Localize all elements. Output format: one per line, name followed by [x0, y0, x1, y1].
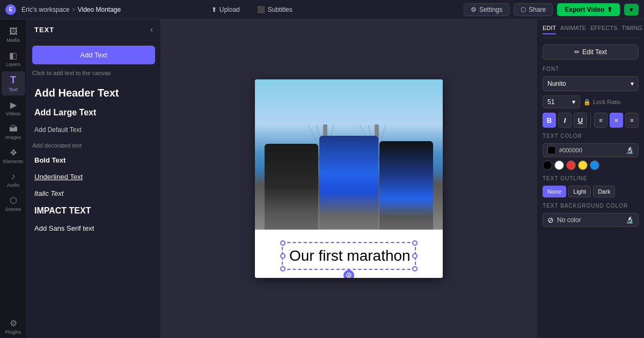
italic-text-option[interactable]: Italic Text	[32, 185, 155, 202]
color-preview[interactable]: #000000 🔬	[543, 143, 639, 157]
videos-icon: ▶	[10, 100, 17, 110]
font-section-title: FONT	[543, 66, 639, 72]
workspace-name[interactable]: Eric's workspace	[21, 6, 70, 13]
text-outline-section-title: TEXT OUTLINE	[543, 175, 639, 181]
outline-dark-button[interactable]: Dark	[593, 186, 615, 197]
upload-button[interactable]: ⬆ Upload	[207, 4, 244, 16]
sidebar-item-scenes[interactable]: ⬡ Scenes	[2, 192, 25, 215]
edit-icon: ✏	[574, 48, 580, 56]
palette-color-white[interactable]	[554, 160, 564, 170]
person-mid	[319, 136, 378, 230]
share-icon: ⬡	[521, 6, 526, 13]
lock-icon: 🔒	[583, 99, 591, 106]
panel-header: TEXT ‹	[27, 19, 160, 40]
chevron-down-icon: ▾	[631, 80, 634, 87]
color-swatch	[547, 146, 556, 155]
text-icon: T	[10, 75, 16, 86]
add-default-text-option[interactable]: Add Default Text	[32, 122, 155, 138]
topbar-right-actions: ⚙ Settings ⬡ Share Export Video ⬆ ▼	[464, 3, 639, 16]
people-group	[255, 133, 443, 230]
text-selection-box: Our first marathon	[282, 242, 416, 270]
chevron-down-icon: ▾	[572, 98, 575, 106]
decorated-section-label: Add decorated text	[32, 142, 155, 149]
sidebar-item-images[interactable]: 🏔 Images	[2, 121, 25, 143]
bold-button[interactable]: B	[543, 113, 556, 128]
right-panel-tabs: EDIT ANIMATE EFFECTS TIMING	[543, 25, 639, 38]
sidebar-item-media[interactable]: 🖼 Media	[2, 24, 25, 46]
upload-export-icon: ⬆	[607, 6, 612, 13]
audio-icon: ♪	[11, 172, 16, 181]
italic-button[interactable]: I	[558, 113, 572, 128]
breadcrumb: Eric's workspace > Video Montage	[21, 6, 121, 13]
format-separator	[590, 113, 591, 128]
lock-ratio-toggle[interactable]: 🔒 Lock Ratio	[583, 99, 621, 106]
handle-middle-right[interactable]	[412, 253, 418, 259]
images-icon: 🏔	[9, 124, 18, 134]
breadcrumb-separator: >	[72, 6, 76, 13]
sidebar-item-layers[interactable]: ◧ Layers	[2, 47, 25, 70]
layers-icon: ◧	[9, 50, 17, 61]
settings-icon: ⚙	[471, 6, 477, 13]
align-center-button[interactable]: ≡	[610, 113, 623, 128]
tab-animate[interactable]: ANIMATE	[560, 25, 586, 34]
canvas-photo	[255, 79, 443, 230]
sidebar-item-audio[interactable]: ♪ Audio	[2, 168, 25, 191]
edit-text-button[interactable]: ✏ Edit Text	[543, 45, 639, 60]
text-element-container[interactable]: Our first marathon	[282, 242, 416, 270]
panel-close-button[interactable]: ‹	[150, 25, 153, 34]
subtitles-button[interactable]: ⬛ Subtitles	[253, 4, 297, 16]
text-bg-color[interactable]: ⊘ No color 🔬	[543, 213, 639, 227]
tab-timing[interactable]: TIMING	[621, 25, 642, 34]
tab-effects[interactable]: EFFECTS	[590, 25, 617, 34]
font-select[interactable]: Nunito ▾	[543, 76, 639, 91]
add-header-text-option[interactable]: Add Header Text	[32, 83, 155, 104]
eyedropper-icon[interactable]: 🔬	[626, 146, 634, 154]
outline-none-button[interactable]: None	[543, 186, 566, 197]
palette-color-yellow[interactable]	[578, 160, 588, 170]
tab-edit[interactable]: EDIT	[543, 25, 556, 34]
right-panel: EDIT ANIMATE EFFECTS TIMING ✏ Edit Text …	[537, 19, 644, 338]
palette-color-blue[interactable]	[590, 160, 599, 170]
handle-top-right[interactable]	[412, 240, 418, 246]
subtitles-icon: ⬛	[257, 6, 265, 13]
anchor-icon	[346, 272, 352, 278]
font-size-input[interactable]: 51 ▾	[543, 95, 580, 108]
media-icon: 🖼	[9, 27, 18, 36]
export-button[interactable]: Export Video ⬆	[557, 3, 620, 16]
panel-content: Add Text Click to add text to the canvas…	[27, 40, 160, 338]
underline-button[interactable]: U	[574, 113, 587, 128]
text-anchor-handle[interactable]	[343, 270, 354, 278]
align-left-button[interactable]: ≡	[594, 113, 608, 128]
sidebar-item-videos[interactable]: ▶ Videos	[2, 97, 25, 120]
project-name[interactable]: Video Montage	[78, 6, 121, 13]
sidebar-item-plugins[interactable]: ⚙ Plugins	[2, 315, 25, 338]
palette-color-black[interactable]	[543, 160, 552, 170]
bold-text-option[interactable]: Bold Text	[32, 152, 155, 168]
align-right-button[interactable]: ≡	[625, 113, 639, 128]
handle-top-left[interactable]	[280, 240, 286, 246]
sans-serif-text-option[interactable]: Add Sans Serif text	[32, 220, 155, 237]
elements-icon: ❖	[10, 148, 17, 158]
topbar-center-actions: ⬆ Upload ⬛ Subtitles	[207, 4, 297, 16]
canvas-area[interactable]: Our first marathon	[161, 19, 537, 338]
underlined-text-option[interactable]: Underlined Text	[32, 168, 155, 185]
handle-bottom-right[interactable]	[412, 266, 418, 271]
palette-color-red[interactable]	[566, 160, 576, 170]
export-dropdown-button[interactable]: ▼	[624, 4, 639, 16]
settings-button[interactable]: ⚙ Settings	[464, 3, 509, 16]
sidebar-item-elements[interactable]: ❖ Elements	[2, 144, 25, 167]
left-panel: TEXT ‹ Add Text Click to add text to the…	[27, 19, 161, 338]
font-size-row: 51 ▾ 🔒 Lock Ratio	[543, 95, 639, 108]
impact-text-option[interactable]: Impact Text	[32, 202, 155, 220]
upload-icon: ⬆	[211, 6, 217, 13]
sidebar-item-text[interactable]: T Text	[2, 71, 25, 95]
add-large-text-option[interactable]: Add Large Text	[32, 104, 155, 122]
handle-middle-left[interactable]	[280, 253, 286, 259]
share-button[interactable]: ⬡ Share	[514, 3, 553, 16]
outline-light-button[interactable]: Light	[568, 186, 591, 197]
add-text-button[interactable]: Add Text	[32, 46, 155, 64]
eyedropper-icon[interactable]: 🔬	[626, 216, 634, 224]
format-buttons: B I U ≡ ≡ ≡	[543, 113, 639, 128]
handle-bottom-left[interactable]	[280, 266, 286, 271]
canvas-text-content[interactable]: Our first marathon	[289, 247, 408, 264]
